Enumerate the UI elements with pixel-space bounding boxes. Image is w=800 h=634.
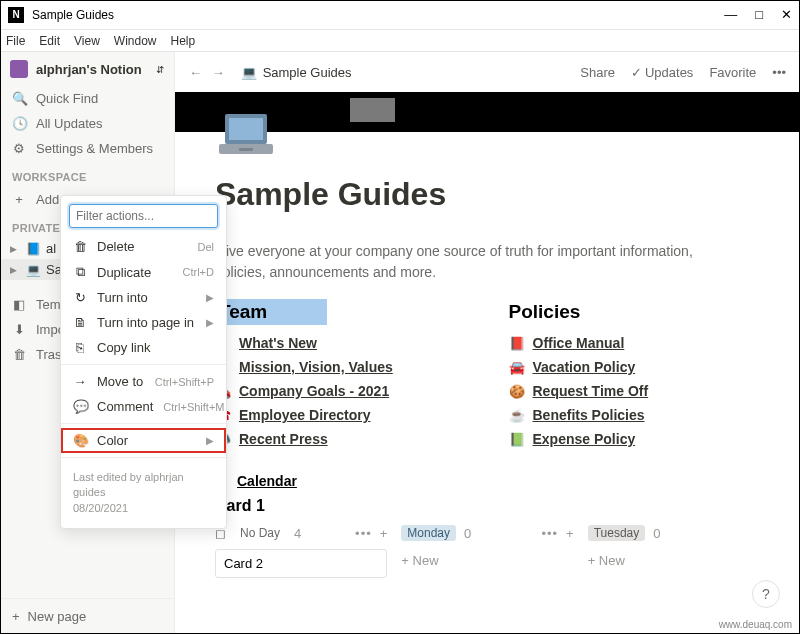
database-view-title[interactable]: Card 1 bbox=[215, 497, 760, 515]
menu-item-copy-link[interactable]: ⎘ Copy link bbox=[61, 335, 226, 360]
board-column-label[interactable]: No Day bbox=[234, 525, 286, 541]
menu-item-label: Copy link bbox=[97, 340, 214, 355]
database-title-row[interactable]: 🗎 Calendar bbox=[215, 473, 760, 489]
menu-item-turn-into[interactable]: ↻ Turn into ▶ bbox=[61, 285, 226, 310]
menu-separator bbox=[61, 364, 226, 365]
link-row[interactable]: 🚘Vacation Policy bbox=[509, 359, 761, 375]
maximize-button[interactable]: □ bbox=[755, 7, 763, 22]
sidebar-item-label: Settings & Members bbox=[36, 141, 153, 156]
sidebar-all-updates[interactable]: 🕓 All Updates bbox=[0, 111, 174, 136]
help-button[interactable]: ? bbox=[752, 580, 780, 608]
titlebar: N Sample Guides — □ ✕ bbox=[0, 0, 800, 30]
block-context-menu: 🗑 Delete Del ⧉ Duplicate Ctrl+D ↻ Turn i… bbox=[60, 195, 227, 529]
menu-item-move-to[interactable]: → Move to Ctrl+Shift+P bbox=[61, 369, 226, 394]
column-more-button[interactable]: ••• bbox=[355, 526, 372, 541]
menu-item-color[interactable]: 🎨 Color ▶ bbox=[61, 428, 226, 453]
menu-item-label: Comment bbox=[97, 399, 153, 414]
menu-item-duplicate[interactable]: ⧉ Duplicate Ctrl+D bbox=[61, 259, 226, 285]
refresh-icon: ↻ bbox=[73, 290, 87, 305]
link-row[interactable]: 🍪Request Time Off bbox=[509, 383, 761, 399]
menu-view[interactable]: View bbox=[74, 34, 100, 48]
minimize-button[interactable]: — bbox=[724, 7, 737, 22]
menu-item-label: Delete bbox=[97, 239, 187, 254]
sidebar-settings[interactable]: ⚙ Settings & Members bbox=[0, 136, 174, 161]
duplicate-icon: ⧉ bbox=[73, 264, 87, 280]
link-row[interactable]: 🚗Company Goals - 2021 bbox=[215, 383, 467, 399]
page-icon: 📘 bbox=[26, 242, 40, 256]
favorite-button[interactable]: Favorite bbox=[709, 65, 756, 80]
updates-button[interactable]: ✓Updates bbox=[631, 65, 693, 80]
page-title[interactable]: Sample Guides bbox=[215, 176, 760, 213]
menu-window[interactable]: Window bbox=[114, 34, 157, 48]
menu-item-delete[interactable]: 🗑 Delete Del bbox=[61, 234, 226, 259]
menu-item-shortcut: Ctrl+Shift+M bbox=[163, 401, 224, 413]
workspace-name: alphrjan's Notion bbox=[36, 62, 142, 77]
column-add-button[interactable]: + bbox=[566, 526, 574, 541]
link-row[interactable]: ☎Employee Directory bbox=[215, 407, 467, 423]
menu-item-turn-into-page[interactable]: 🗎 Turn into page in ▶ bbox=[61, 310, 226, 335]
board-column-label[interactable]: Monday bbox=[401, 525, 456, 541]
board-new-card[interactable]: + New bbox=[588, 549, 760, 572]
chevron-right-icon: ▶ bbox=[206, 292, 214, 303]
chevron-updown-icon: ⇵ bbox=[156, 64, 164, 75]
link-row[interactable]: ⚑Mission, Vision, Values bbox=[215, 359, 467, 375]
filter-actions-input[interactable] bbox=[69, 204, 218, 228]
board-card[interactable]: Card 2 bbox=[215, 549, 387, 578]
page-description[interactable]: Give everyone at your company one source… bbox=[215, 241, 745, 283]
link-label: Office Manual bbox=[533, 335, 625, 351]
search-icon: 🔍 bbox=[12, 91, 26, 106]
menu-item-comment[interactable]: 💬 Comment Ctrl+Shift+M bbox=[61, 394, 226, 419]
link-row[interactable]: 📗Expense Policy bbox=[509, 431, 761, 447]
nav-arrows: ← → bbox=[189, 65, 231, 80]
link-row[interactable]: ★What's New bbox=[215, 335, 467, 351]
download-icon: ⬇ bbox=[12, 322, 26, 337]
column-heading-team[interactable]: Team bbox=[215, 299, 327, 325]
board-column-label[interactable]: Tuesday bbox=[588, 525, 646, 541]
more-button[interactable]: ••• bbox=[772, 65, 786, 80]
laptop-icon bbox=[215, 110, 277, 160]
book-icon: 📗 bbox=[509, 432, 525, 447]
menu-item-shortcut: Ctrl+D bbox=[183, 266, 214, 278]
board-new-card[interactable]: + New bbox=[401, 549, 573, 572]
share-button[interactable]: Share bbox=[580, 65, 615, 80]
cover-segment bbox=[350, 98, 395, 122]
link-row[interactable]: 📣Recent Press bbox=[215, 431, 467, 447]
board-column: Monday 0 ••• + + New bbox=[401, 525, 573, 578]
cookie-icon: 🍪 bbox=[509, 384, 525, 399]
menu-file[interactable]: File bbox=[6, 34, 25, 48]
chevron-right-icon: ▶ bbox=[206, 317, 214, 328]
workspace-switcher[interactable]: alphrjan's Notion ⇵ bbox=[0, 52, 174, 86]
triangle-right-icon[interactable]: ▶ bbox=[10, 265, 20, 275]
triangle-right-icon[interactable]: ▶ bbox=[10, 244, 20, 254]
menu-item-label: Color bbox=[97, 433, 196, 448]
palette-icon: 🎨 bbox=[73, 433, 87, 448]
board-view: ◻ No Day 4 ••• + Card 2 Monday 0 ••• bbox=[215, 525, 760, 578]
link-label: What's New bbox=[239, 335, 317, 351]
link-row[interactable]: ☕Benefits Policies bbox=[509, 407, 761, 423]
breadcrumb[interactable]: 💻 Sample Guides bbox=[241, 65, 352, 80]
column-heading-policies[interactable]: Policies bbox=[509, 299, 761, 325]
chevron-right-icon: ▶ bbox=[206, 435, 214, 446]
menu-item-shortcut: Ctrl+Shift+P bbox=[155, 376, 214, 388]
menu-item-label: Turn into page in bbox=[97, 315, 196, 330]
link-row[interactable]: 📕Office Manual bbox=[509, 335, 761, 351]
svg-rect-3 bbox=[239, 148, 253, 151]
sidebar-new-page[interactable]: + New page bbox=[0, 598, 174, 634]
menu-help[interactable]: Help bbox=[171, 34, 196, 48]
close-button[interactable]: ✕ bbox=[781, 7, 792, 22]
menu-item-label: Duplicate bbox=[97, 265, 173, 280]
window-title: Sample Guides bbox=[32, 8, 114, 22]
topbar: ← → 💻 Sample Guides Share ✓Updates Favor… bbox=[175, 52, 800, 92]
menu-edit[interactable]: Edit bbox=[39, 34, 60, 48]
menu-separator bbox=[61, 423, 226, 424]
back-button[interactable]: ← bbox=[189, 65, 202, 80]
sidebar-item-label: New page bbox=[28, 609, 87, 624]
column-more-button[interactable]: ••• bbox=[541, 526, 558, 541]
forward-button[interactable]: → bbox=[212, 65, 225, 80]
page-emoji-icon[interactable] bbox=[215, 110, 277, 160]
coffee-icon: ☕ bbox=[509, 408, 525, 423]
menu-footer: Last edited by alphrjan guides 08/20/202… bbox=[61, 462, 226, 524]
column-add-button[interactable]: + bbox=[380, 526, 388, 541]
policies-link-list: 📕Office Manual 🚘Vacation Policy 🍪Request… bbox=[509, 335, 761, 447]
sidebar-quick-find[interactable]: 🔍 Quick Find bbox=[0, 86, 174, 111]
